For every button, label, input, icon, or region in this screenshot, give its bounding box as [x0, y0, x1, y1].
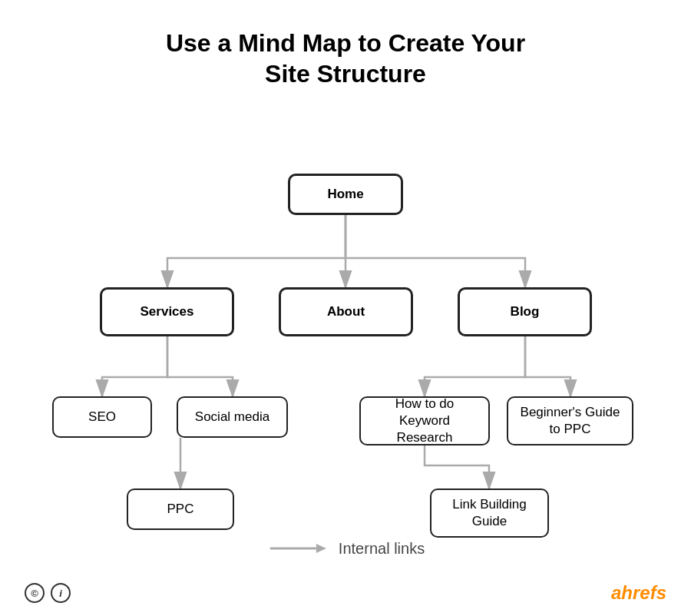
- cc-icon: ©: [25, 583, 45, 603]
- legend: Internal links: [266, 539, 425, 558]
- node-home: Home: [288, 174, 403, 215]
- info-icon: i: [51, 583, 71, 603]
- node-social-media: Social media: [177, 396, 288, 438]
- node-services: Services: [100, 287, 234, 336]
- footer-icons: © i: [25, 583, 71, 603]
- node-about: About: [279, 287, 413, 336]
- node-link-building: Link BuildingGuide: [430, 488, 549, 538]
- ahrefs-logo: ahrefs: [611, 582, 666, 604]
- node-keyword-research: How to doKeyword Research: [359, 396, 490, 445]
- node-seo: SEO: [52, 396, 152, 438]
- node-blog: Blog: [458, 287, 592, 336]
- legend-arrow-svg: [266, 539, 328, 558]
- legend-arrow-icon: [266, 539, 328, 558]
- footer: © i ahrefs: [0, 582, 691, 604]
- connectors-svg: [0, 97, 691, 604]
- legend-label: Internal links: [339, 540, 425, 558]
- svg-marker-3: [316, 544, 326, 553]
- node-beginners-guide: Beginner's Guideto PPC: [507, 396, 633, 445]
- mind-map-diagram: Home Services About Blog SEO Social medi…: [0, 97, 691, 604]
- page-title: Use a Mind Map to Create Your Site Struc…: [0, 0, 691, 89]
- node-ppc: PPC: [127, 488, 234, 530]
